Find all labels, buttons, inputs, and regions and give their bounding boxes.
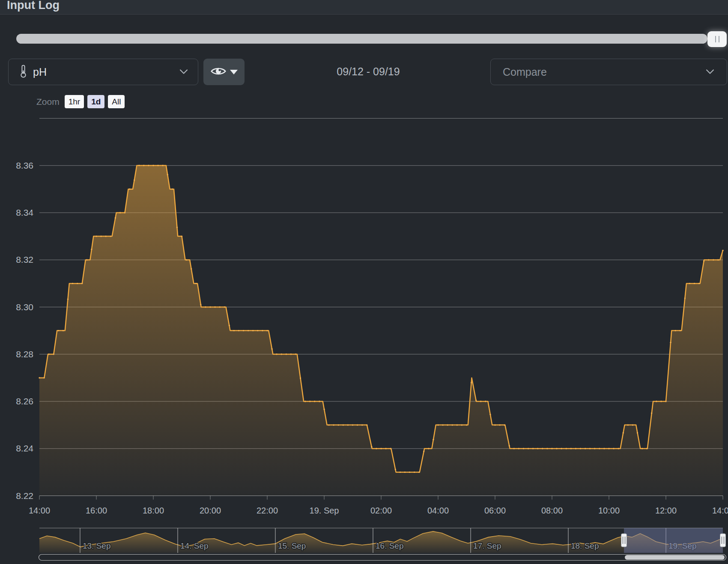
x-axis-label: 08:00 bbox=[541, 506, 563, 515]
navigator-handle[interactable] bbox=[621, 534, 627, 547]
navigator-handle[interactable] bbox=[720, 534, 726, 547]
navigator-day-label: 15. Sep bbox=[278, 541, 306, 550]
navigator-selected-range[interactable] bbox=[624, 528, 723, 553]
x-axis-label: 12:00 bbox=[655, 506, 677, 515]
navigator-day-label: 16. Sep bbox=[376, 541, 404, 550]
x-axis-label: 04:00 bbox=[427, 506, 449, 515]
chart-scrollbar-thumb[interactable] bbox=[625, 555, 725, 560]
x-axis-label: 06:00 bbox=[484, 506, 506, 515]
x-axis-label: 19. Sep bbox=[310, 506, 339, 515]
x-axis-label: 22:00 bbox=[257, 506, 278, 515]
zoom-button-1d[interactable]: 1d bbox=[87, 95, 104, 108]
x-axis-label: 14:00 bbox=[712, 506, 728, 515]
y-axis-label: 8.22 bbox=[16, 491, 33, 501]
input-log-page: Input Log pH 09/12 - 09/19 Co bbox=[0, 0, 728, 564]
x-axis-label: 10:00 bbox=[598, 506, 620, 515]
y-axis-label: 8.32 bbox=[16, 255, 33, 264]
x-axis-label: 20:00 bbox=[200, 506, 221, 515]
zoom-button-1hr[interactable]: 1hr bbox=[65, 95, 84, 108]
navigator-day-label: 14. Sep bbox=[180, 541, 209, 550]
navigator-day-label: 13. Sep bbox=[83, 541, 111, 550]
ph-area-chart[interactable]: 8.368.348.328.308.288.268.248.2214:0016:… bbox=[0, 0, 728, 564]
x-axis-label: 16:00 bbox=[86, 506, 107, 515]
y-axis-label: 8.24 bbox=[16, 443, 33, 453]
y-axis-label: 8.26 bbox=[16, 396, 33, 406]
chart-scrollbar-track[interactable] bbox=[39, 555, 726, 561]
zoom-label: Zoom bbox=[36, 97, 60, 107]
y-axis-label: 8.34 bbox=[16, 208, 33, 217]
zoom-controls: Zoom 1hr 1d All bbox=[36, 95, 125, 108]
x-axis-label: 18:00 bbox=[143, 506, 164, 515]
zoom-button-all[interactable]: All bbox=[108, 95, 125, 108]
x-axis-label: 14:00 bbox=[29, 506, 50, 515]
y-axis-label: 8.36 bbox=[16, 160, 33, 170]
navigator-day-label: 18. Sep bbox=[571, 541, 599, 550]
navigator-day-label: 17. Sep bbox=[473, 541, 501, 550]
y-axis-label: 8.30 bbox=[16, 302, 33, 312]
y-axis-label: 8.28 bbox=[16, 349, 33, 359]
x-axis-label: 02:00 bbox=[370, 506, 392, 515]
